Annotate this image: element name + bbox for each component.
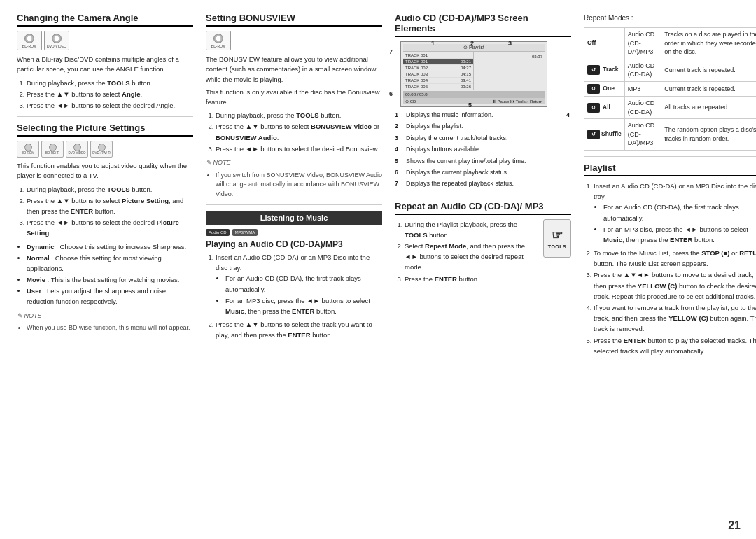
divider-3 [395,195,571,195]
note-label: ✎ NOTE [17,312,193,321]
column-2: Setting BONUSVIEW BD-ROM The BONUSVIEW f… [203,13,385,532]
element-1: 1Displays the music information. [395,110,571,120]
repeat-table: Off Audio CD(CD-DA)/MP3 Tracks on a disc… [584,27,756,150]
left-panel: TRACK 001 TRACK 001 03:21 TRACK 002 04:2… [403,52,474,90]
media-all: Audio CD(CD-DA) [624,96,661,118]
control-buttons: ⏸ Pause ⚙ Tools ↩ Return [492,99,542,104]
track-list-container: TRACK 001 TRACK 001 03:21 TRACK 002 04:2… [403,52,545,90]
tools-hand-icon: ☞ [552,227,563,243]
section-repeat: Repeat an Audio CD (CD-DA)/ MP3 During t… [395,201,571,287]
label-1: 1 [431,40,435,47]
step-item: Press the ▲▼◄► buttons to move to a desi… [594,270,756,302]
element-4: 4Displays buttons available. [395,144,571,154]
repeat-icon-all: ↺ [587,103,600,113]
bullet-item: User : Lets you adjust the sharpness and… [27,286,193,307]
track-006: TRACK 006 03:26 [403,84,473,90]
bullet-item: Movie : This is the best setting for wat… [27,274,193,285]
element-3: 3Display the current track/total tracks. [395,133,571,143]
step-item: During playback, press the TOOLS button. [27,78,193,88]
element-descriptions: 1Displays the music information. 2Displa… [395,110,571,189]
camera-angle-icons: BD-ROM DVD-VIDEO [17,31,193,50]
repeat-title: Repeat an Audio CD (CD-DA)/ MP3 [395,201,571,215]
element-5: 5Shows the current play time/total play … [395,156,571,166]
step-item: Select Repeat Mode, and then press the ◄… [405,241,536,273]
camera-angle-steps: During playback, press the TOOLS button.… [17,78,193,111]
picture-icons: BD-ROM BD-RE/-R DVD-VIDEO DVD+RW/-R [17,141,193,158]
screen-mockup-container: 1 2 3 4 5 6 7 ⊙ Playlist TRACK 001 TRACK… [395,41,571,107]
section-playlist: Playlist Insert an Audio CD (CD-DA) or a… [584,162,756,356]
column-3: Audio CD (CD-DA)/MP3 Screen Elements 1 2… [392,13,574,532]
step-item: Press the ◄► buttons to select the desir… [27,100,193,111]
repeat-steps-container: During the Playlist playback, press the … [395,219,536,287]
progress-time: 00:08 / 05:8 [405,92,428,97]
playing-bullets: For an Audio CD (CD-DA), the first track… [216,273,382,316]
bd-re-icon: BD-RE/-R [41,141,64,158]
media-track: Audio CD(CD-DA) [624,59,661,81]
step-item: Insert an Audio CD (CD-DA) or an MP3 Dis… [594,181,756,245]
section-bonusview: Setting BONUSVIEW BD-ROM The BONUSVIEW f… [206,13,382,199]
repeat-icon-track: ↺ [587,65,600,75]
audio-cd-tag: Audio CD [206,229,230,236]
divider-2 [206,204,382,205]
step-item: Press the ENTER button. [405,274,536,284]
step-item: Press the ▲▼ buttons to select the track… [216,319,382,340]
section-listening: Listening to Music Audio CD MP3/WMA Play… [206,211,382,341]
camera-angle-title: Changing the Camera Angle [17,13,193,27]
track-004: TRACK 003 04:15 [403,71,473,78]
bonusview-title: Setting BONUSVIEW [206,13,382,27]
step-item: During playback, press the TOOLS button. [216,110,382,120]
cd-icon: ⊙ CD [405,99,416,104]
repeat-row-track: ↺ Track Audio CD(CD-DA) Current track is… [584,59,757,81]
bullet-item: For an MP3 disc, press the ◄► buttons to… [225,295,382,316]
mp3-wma-tag: MP3/WMA [232,229,258,236]
divider-4 [584,156,756,157]
playlist-title: Playlist [584,162,756,176]
note-label-2: ✎ NOTE [206,158,382,168]
desc-off: Tracks on a disc are played in the order… [662,28,756,59]
repeat-modes-title: Repeat Modes : [584,13,756,23]
screen-inner: ⊙ Playlist TRACK 001 TRACK 001 03:21 TRA… [400,41,547,107]
num-list: 1Displays the music information. 2Displa… [395,110,571,189]
picture-bullets: Dynamic : Choose this setting to increas… [17,241,193,307]
desc-all: All tracks are repeated. [662,96,756,118]
element-7: 7Displays the repeated playback status. [395,178,571,188]
time-display: 03:37 [475,54,543,59]
dvd-rw-icon: DVD+RW/-R [90,141,113,158]
media-shuffle: Audio CD(CD-DA)/MP3 [624,119,661,150]
section-picture-settings: Selecting the Picture Settings BD-ROM BD… [17,122,193,333]
bonusview-body2: This function is only available if the d… [206,88,382,108]
bullet-item: For an Audio CD (CD-DA), the first track… [225,273,382,294]
step-item: Press the ◄► buttons to select the desir… [216,144,382,154]
repeat-row-off: Off Audio CD(CD-DA)/MP3 Tracks on a disc… [584,28,757,59]
label-6: 6 [389,90,393,97]
listening-title: Listening to Music [260,214,328,222]
divider-1 [17,116,193,117]
mode-one: ↺ One [584,81,625,96]
step-item: Insert an Audio CD (CD-DA) or an MP3 Dis… [216,252,382,316]
bd-rom-icon-2: BD-ROM [17,141,39,158]
media-off: Audio CD(CD-DA)/MP3 [624,28,661,59]
bonusview-steps: During playback, press the TOOLS button.… [206,110,382,154]
playlist-steps: Insert an Audio CD (CD-DA) or an MP3 Dis… [584,181,756,356]
screen-elements-title: Audio CD (CD-DA)/MP3 Screen Elements [395,13,571,37]
bullet-item: Dynamic : Choose this setting to increas… [27,241,193,252]
mode-track: ↺ Track [584,59,625,81]
tools-icon: ☞ TOOLS [543,219,571,258]
page-number: 21 [728,519,741,532]
repeat-row-shuffle: ↺Shuffle Audio CD(CD-DA)/MP3 The random … [584,119,757,150]
repeat-icon-shuffle: ↺ [587,130,600,139]
playlist-bullets: For an Audio CD (CD-DA), the first track… [594,202,756,245]
camera-angle-body: When a Blu-ray Disc/DVD contains multipl… [17,55,193,75]
mode-off: Off [584,28,625,59]
label-3: 3 [508,40,512,47]
label-2: 2 [470,40,474,47]
progress-bar: 00:08 / 05:8 [403,91,545,98]
label-7: 7 [389,48,393,55]
right-panel: 03:37 [474,52,545,90]
picture-settings-body: This function enables you to adjust vide… [17,161,193,181]
mode-shuffle: ↺Shuffle [584,119,625,150]
element-6: 6Displays the current playback status. [395,167,571,177]
repeat-row-all: ↺ All Audio CD(CD-DA) All tracks are rep… [584,96,757,118]
bullet-item: For an Audio CD (CD-DA), the first track… [603,202,756,223]
audio-icons: Audio CD MP3/WMA [206,229,382,236]
